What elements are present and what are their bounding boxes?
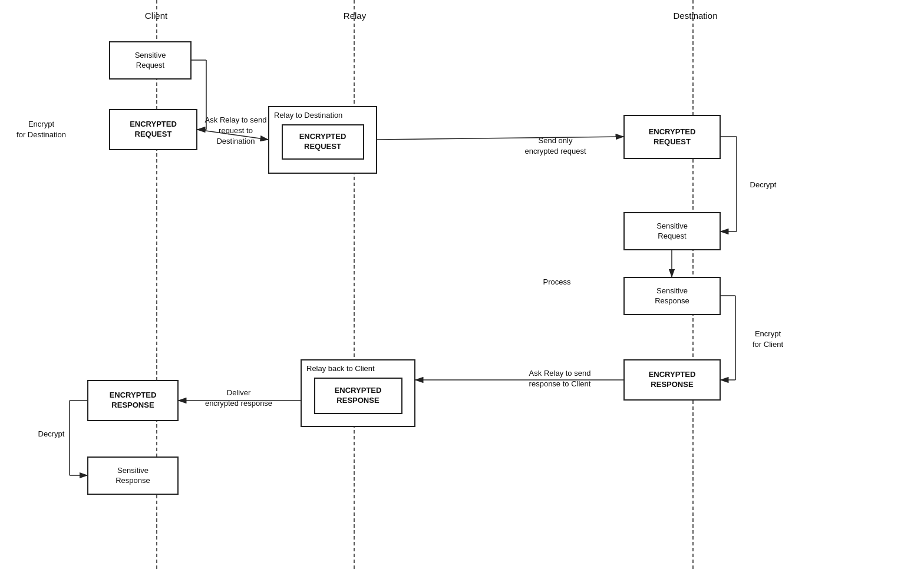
- relay-header: Relay: [331, 11, 378, 21]
- encrypt-for-client-label: Encryptfor Client: [741, 329, 794, 350]
- sensitive-request-client-box: SensitiveRequest: [109, 41, 192, 80]
- encrypted-request-client-box: ENCRYPTEDREQUEST: [109, 109, 197, 150]
- encrypt-for-destination-label: Encryptfor Destination: [9, 119, 74, 140]
- relay-dashed-line: [354, 0, 355, 569]
- relay-back-client-box: Relay back to Client ENCRYPTEDRESPONSE: [301, 359, 415, 427]
- relay-to-destination-box: Relay to Destination ENCRYPTEDREQUEST: [268, 106, 377, 174]
- sensitive-response-dest-box: SensitiveResponse: [623, 277, 721, 315]
- decrypt-right-label: Decrypt: [740, 180, 787, 190]
- decrypt-left-label: Decrypt: [31, 429, 72, 439]
- sensitive-request-dest-box: SensitiveRequest: [623, 212, 721, 250]
- destination-header: Destination: [657, 11, 734, 21]
- deliver-encrypted-label: Deliverencrypted response: [200, 388, 277, 409]
- send-only-encrypted-label: Send onlyencrypted request: [513, 135, 598, 157]
- encrypted-response-dest-box: ENCRYPTEDRESPONSE: [623, 359, 721, 401]
- encrypted-request-dest-box: ENCRYPTEDREQUEST: [623, 115, 721, 159]
- diagram-container: Client Relay Destination SensitiveReques…: [0, 0, 924, 569]
- client-header: Client: [127, 11, 186, 21]
- ask-relay-response-label: Ask Relay to sendresponse to Client: [516, 368, 604, 389]
- ask-relay-label: Ask Relay to sendrequest to Destination: [203, 115, 268, 147]
- encrypted-response-client-box: ENCRYPTEDRESPONSE: [87, 380, 179, 421]
- process-label: Process: [533, 277, 580, 287]
- sensitive-response-client-box: SensitiveResponse: [87, 456, 179, 495]
